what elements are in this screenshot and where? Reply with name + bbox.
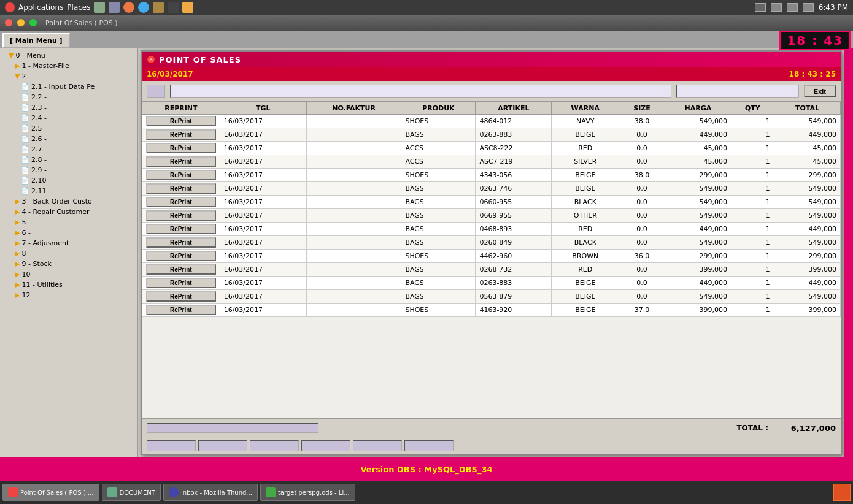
main-menu-tab[interactable]: [ Main Menu ] — [2, 33, 70, 48]
bottom-input-4[interactable] — [301, 440, 350, 451]
cell-5-0[interactable]: RePrint — [142, 182, 220, 196]
cell-7-8: 1 — [731, 209, 774, 223]
pos-dialog-titlebar: ✕ POINT OF SALES — [142, 52, 841, 67]
sidebar-item-2-7[interactable]: 📄 2.7 - — [18, 144, 137, 155]
sidebar-item-2[interactable]: ▼ 2 - — [12, 71, 137, 82]
cell-6-0[interactable]: RePrint — [142, 196, 220, 209]
reprint-btn-2[interactable]: RePrint — [146, 143, 216, 153]
sidebar-item-2-10[interactable]: 📄 2.10 — [18, 175, 137, 186]
sidebar-item-8[interactable]: ▶ 8 - — [12, 248, 137, 259]
sidebar-item-2-11[interactable]: 📄 2.11 — [18, 186, 137, 196]
email-icon[interactable] — [153, 2, 164, 13]
reprint-btn-6[interactable]: RePrint — [146, 197, 216, 207]
terminal-icon[interactable] — [168, 2, 179, 13]
reprint-btn-9[interactable]: RePrint — [146, 237, 216, 248]
taskbar-item-document[interactable]: DOCUMENT — [102, 484, 161, 501]
reprint-btn-7[interactable]: RePrint — [146, 210, 216, 221]
sidebar-item-4[interactable]: ▶ 4 - Repair Customer — [12, 207, 137, 217]
taskbar-end-btn[interactable] — [833, 484, 851, 501]
cell-7-0[interactable]: RePrint — [142, 209, 220, 223]
bottom-input-6[interactable] — [404, 440, 454, 451]
sidebar-item-5[interactable]: ▶ 5 - — [12, 217, 137, 227]
cell-10-9: 299,000 — [774, 250, 840, 263]
pos-search-input[interactable] — [170, 85, 671, 98]
reprint-btn-14[interactable]: RePrint — [146, 305, 216, 315]
sidebar-item-7[interactable]: ▶ 7 - Adjusment — [12, 238, 137, 248]
sidebar-item-10[interactable]: ▶ 10 - — [12, 269, 137, 280]
window-minimize-btn[interactable] — [17, 19, 25, 26]
sidebar-item-12[interactable]: ▶ 12 - — [12, 290, 137, 300]
cell-5-9: 549,000 — [774, 182, 840, 196]
volume-icon — [803, 3, 814, 12]
cell-10-3: SHOES — [401, 250, 476, 263]
tab-area: [ Main Menu ] 18 : 43 — [0, 31, 853, 48]
reprint-btn-10[interactable]: RePrint — [146, 251, 216, 261]
pos-secondary-input[interactable] — [676, 85, 799, 98]
cell-1-0[interactable]: RePrint — [142, 128, 220, 142]
reprint-btn-5[interactable]: RePrint — [146, 183, 216, 194]
reprint-btn-11[interactable]: RePrint — [146, 264, 216, 275]
window-close-btn[interactable] — [5, 19, 12, 26]
reprint-btn-8[interactable]: RePrint — [146, 224, 216, 234]
cell-11-8: 1 — [731, 263, 774, 277]
sidebar-item-11[interactable]: ▶ 11 - Utilities — [12, 280, 137, 290]
file-manager-icon[interactable] — [94, 2, 105, 13]
cell-3-0[interactable]: RePrint — [142, 155, 220, 169]
cell-14-6: 37.0 — [619, 304, 665, 317]
cell-11-0[interactable]: RePrint — [142, 263, 220, 277]
pos-checkbox[interactable] — [147, 85, 165, 98]
folder-icon-1: ▶ — [15, 62, 20, 70]
sidebar-item-1[interactable]: ▶ 1 - Master-File — [12, 61, 137, 71]
cell-2-0[interactable]: RePrint — [142, 142, 220, 155]
reprint-btn-0[interactable]: RePrint — [146, 116, 216, 126]
cell-9-0[interactable]: RePrint — [142, 236, 220, 250]
reprint-btn-13[interactable]: RePrint — [146, 291, 216, 302]
places-menu[interactable]: Places — [67, 3, 90, 12]
sidebar-item-0[interactable]: ▼ 0 - Menu — [6, 50, 137, 61]
sidebar-item-2-6[interactable]: 📄 2.6 - — [18, 134, 137, 144]
text-editor-icon[interactable] — [109, 2, 120, 13]
reprint-btn-4[interactable]: RePrint — [146, 170, 216, 180]
taskbar-item-pos[interactable]: Point Of Sales ( POS ) ... — [2, 484, 99, 501]
cell-4-2 — [306, 169, 401, 182]
sidebar-item-2-5[interactable]: 📄 2.5 - — [18, 123, 137, 134]
cell-2-7: 45,000 — [665, 142, 731, 155]
reprint-btn-12[interactable]: RePrint — [146, 278, 216, 288]
bottom-input-3[interactable] — [250, 440, 299, 451]
reprint-btn-1[interactable]: RePrint — [146, 129, 216, 140]
taskbar-item-libreoffice[interactable]: target perspg.ods - Li... — [260, 484, 355, 501]
pos-close-btn[interactable]: ✕ — [147, 55, 155, 64]
window-maximize-btn[interactable] — [29, 19, 37, 26]
sidebar-label-3: 3 - Back Order Custo — [21, 197, 91, 205]
sidebar-label-2-8: 2.8 - — [31, 156, 47, 164]
sidebar-item-2-9[interactable]: 📄 2.9 - — [18, 165, 137, 175]
reprint-btn-3[interactable]: RePrint — [146, 156, 216, 167]
pos-exit-btn[interactable]: Exit — [804, 85, 836, 97]
sidebar-item-2-3[interactable]: 📄 2.3 - — [18, 102, 137, 113]
cell-14-0[interactable]: RePrint — [142, 304, 220, 317]
pos-table-container[interactable]: REPRINT TGL NO.FAKTUR PRODUK ARTIKEL WAR… — [142, 102, 841, 418]
sidebar-item-6[interactable]: ▶ 6 - — [12, 227, 137, 238]
sidebar-item-9[interactable]: ▶ 9 - Stock — [12, 259, 137, 269]
cell-4-4: 4343-056 — [476, 169, 552, 182]
cell-0-0[interactable]: RePrint — [142, 115, 220, 128]
cell-12-0[interactable]: RePrint — [142, 277, 220, 290]
sidebar-item-2-8[interactable]: 📄 2.8 - — [18, 155, 137, 165]
sidebar-item-2-1[interactable]: 📄 2.1 - Input Data Pe — [18, 82, 137, 92]
firefox-icon[interactable] — [123, 2, 134, 13]
taskbar-item-thunderbird[interactable]: Inbox - Mozilla Thund... — [163, 484, 258, 501]
cell-10-0[interactable]: RePrint — [142, 250, 220, 263]
network-icon[interactable] — [138, 2, 149, 13]
cell-13-0[interactable]: RePrint — [142, 290, 220, 304]
sidebar-item-2-4[interactable]: 📄 2.4 - — [18, 113, 137, 123]
bottom-input-2[interactable] — [198, 440, 247, 451]
folder-icon[interactable] — [182, 2, 193, 13]
cell-4-0[interactable]: RePrint — [142, 169, 220, 182]
cell-4-3: SHOES — [401, 169, 476, 182]
bottom-input-5[interactable] — [353, 440, 402, 451]
applications-menu[interactable]: Applications — [18, 3, 63, 12]
sidebar-item-2-2[interactable]: 📄 2.2 - — [18, 92, 137, 102]
cell-8-0[interactable]: RePrint — [142, 223, 220, 236]
bottom-input-1[interactable] — [147, 440, 196, 451]
sidebar-item-3[interactable]: ▶ 3 - Back Order Custo — [12, 196, 137, 207]
